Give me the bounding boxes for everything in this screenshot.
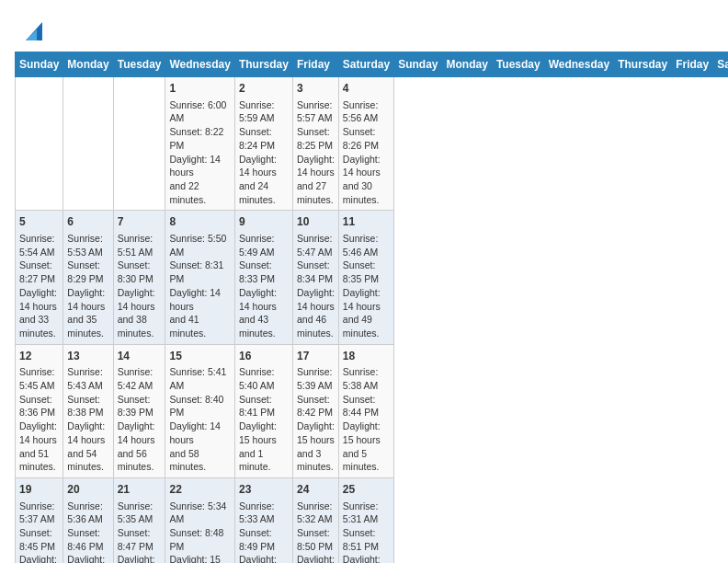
day-info: Sunrise: 5:51 AM Sunset: 8:30 PM Dayligh… [118,232,162,340]
calendar-cell: 11Sunrise: 5:46 AM Sunset: 8:35 PM Dayli… [338,211,393,344]
col-header-tuesday: Tuesday [113,52,165,77]
day-info: Sunrise: 5:47 AM Sunset: 8:34 PM Dayligh… [297,232,335,340]
day-number: 9 [239,214,289,230]
day-number: 7 [118,214,162,230]
calendar-cell: 1Sunrise: 6:00 AM Sunset: 8:22 PM Daylig… [165,77,234,211]
day-info: Sunrise: 5:56 AM Sunset: 8:26 PM Dayligh… [343,98,390,207]
day-number: 4 [343,81,390,97]
day-info: Sunrise: 5:37 AM Sunset: 8:45 PM Dayligh… [19,500,59,563]
day-number: 20 [67,482,108,498]
day-info: Sunrise: 5:54 AM Sunset: 8:27 PM Dayligh… [19,232,59,340]
day-info: Sunrise: 5:41 AM Sunset: 8:40 PM Dayligh… [169,365,230,474]
calendar-cell: 18Sunrise: 5:38 AM Sunset: 8:44 PM Dayli… [338,344,393,477]
svg-marker-1 [26,29,37,40]
day-number: 19 [19,482,59,498]
day-info: Sunrise: 5:45 AM Sunset: 8:36 PM Dayligh… [19,365,59,474]
col-header-saturday: Saturday [713,52,728,77]
calendar-cell [113,77,165,211]
day-info: Sunrise: 5:49 AM Sunset: 8:33 PM Dayligh… [239,232,289,340]
day-info: Sunrise: 5:39 AM Sunset: 8:42 PM Dayligh… [297,365,335,474]
day-number: 11 [343,214,390,230]
col-header-wednesday: Wednesday [544,52,613,77]
day-info: Sunrise: 5:59 AM Sunset: 8:24 PM Dayligh… [239,98,289,207]
calendar-week-row: 1Sunrise: 6:00 AM Sunset: 8:22 PM Daylig… [16,77,729,211]
calendar-cell: 4Sunrise: 5:56 AM Sunset: 8:26 PM Daylig… [338,77,393,211]
calendar-cell: 6Sunrise: 5:53 AM Sunset: 8:29 PM Daylig… [63,211,113,344]
calendar-cell: 21Sunrise: 5:35 AM Sunset: 8:47 PM Dayli… [113,477,165,563]
calendar-cell: 19Sunrise: 5:37 AM Sunset: 8:45 PM Dayli… [16,477,63,563]
logo-icon [17,15,44,42]
day-number: 10 [297,214,335,230]
day-info: Sunrise: 5:31 AM Sunset: 8:51 PM Dayligh… [343,500,390,563]
calendar-header-row: SundayMondayTuesdayWednesdayThursdayFrid… [16,52,729,77]
day-info: Sunrise: 5:43 AM Sunset: 8:38 PM Dayligh… [67,365,108,474]
day-info: Sunrise: 5:32 AM Sunset: 8:50 PM Dayligh… [297,500,335,563]
day-number: 5 [19,214,59,230]
day-number: 13 [67,349,108,364]
calendar-cell: 16Sunrise: 5:40 AM Sunset: 8:41 PM Dayli… [234,344,292,477]
calendar-cell: 13Sunrise: 5:43 AM Sunset: 8:38 PM Dayli… [63,344,113,477]
col-header-thursday: Thursday [614,52,672,77]
col-header-sunday: Sunday [16,52,63,77]
calendar-cell [63,77,113,211]
calendar-cell: 5Sunrise: 5:54 AM Sunset: 8:27 PM Daylig… [16,211,63,344]
day-number: 12 [19,349,59,364]
day-info: Sunrise: 6:00 AM Sunset: 8:22 PM Dayligh… [169,98,230,207]
calendar-cell: 24Sunrise: 5:32 AM Sunset: 8:50 PM Dayli… [292,477,338,563]
calendar-cell: 3Sunrise: 5:57 AM Sunset: 8:25 PM Daylig… [292,77,338,211]
day-info: Sunrise: 5:34 AM Sunset: 8:48 PM Dayligh… [169,500,230,563]
calendar-cell: 25Sunrise: 5:31 AM Sunset: 8:51 PM Dayli… [338,477,393,563]
calendar-cell: 15Sunrise: 5:41 AM Sunset: 8:40 PM Dayli… [165,344,234,477]
day-info: Sunrise: 5:50 AM Sunset: 8:31 PM Dayligh… [169,232,230,340]
col-header-wednesday: Wednesday [165,52,234,77]
day-info: Sunrise: 5:36 AM Sunset: 8:46 PM Dayligh… [67,500,108,563]
col-header-sunday: Sunday [394,52,442,77]
day-info: Sunrise: 5:53 AM Sunset: 8:29 PM Dayligh… [67,232,108,340]
calendar-week-row: 19Sunrise: 5:37 AM Sunset: 8:45 PM Dayli… [16,477,729,563]
day-info: Sunrise: 5:42 AM Sunset: 8:39 PM Dayligh… [118,365,162,474]
day-number: 3 [297,81,335,97]
calendar-cell: 2Sunrise: 5:59 AM Sunset: 8:24 PM Daylig… [234,77,292,211]
day-number: 17 [297,349,335,364]
day-info: Sunrise: 5:57 AM Sunset: 8:25 PM Dayligh… [297,98,335,207]
calendar-cell: 14Sunrise: 5:42 AM Sunset: 8:39 PM Dayli… [113,344,165,477]
day-number: 1 [169,81,230,97]
calendar-cell: 10Sunrise: 5:47 AM Sunset: 8:34 PM Dayli… [292,211,338,344]
day-number: 6 [67,214,108,230]
calendar-cell: 23Sunrise: 5:33 AM Sunset: 8:49 PM Dayli… [234,477,292,563]
col-header-monday: Monday [63,52,113,77]
calendar-week-row: 12Sunrise: 5:45 AM Sunset: 8:36 PM Dayli… [16,344,729,477]
calendar-cell: 9Sunrise: 5:49 AM Sunset: 8:33 PM Daylig… [234,211,292,344]
calendar-table: SundayMondayTuesdayWednesdayThursdayFrid… [15,52,728,563]
day-number: 18 [343,349,390,364]
calendar-cell: 8Sunrise: 5:50 AM Sunset: 8:31 PM Daylig… [165,211,234,344]
calendar-cell: 20Sunrise: 5:36 AM Sunset: 8:46 PM Dayli… [63,477,113,563]
day-info: Sunrise: 5:46 AM Sunset: 8:35 PM Dayligh… [343,232,390,340]
col-header-saturday: Saturday [338,52,393,77]
calendar-cell: 22Sunrise: 5:34 AM Sunset: 8:48 PM Dayli… [165,477,234,563]
day-number: 15 [169,349,230,364]
day-info: Sunrise: 5:40 AM Sunset: 8:41 PM Dayligh… [239,365,289,474]
col-header-friday: Friday [672,52,713,77]
day-number: 14 [118,349,162,364]
day-number: 16 [239,349,289,364]
calendar-cell: 7Sunrise: 5:51 AM Sunset: 8:30 PM Daylig… [113,211,165,344]
page-header [15,15,713,42]
day-number: 22 [169,482,230,498]
col-header-friday: Friday [292,52,338,77]
day-number: 2 [239,81,289,97]
day-number: 23 [239,482,289,498]
calendar-cell [16,77,63,211]
day-info: Sunrise: 5:38 AM Sunset: 8:44 PM Dayligh… [343,365,390,474]
logo [15,15,44,42]
day-number: 24 [297,482,335,498]
day-info: Sunrise: 5:35 AM Sunset: 8:47 PM Dayligh… [118,500,162,563]
calendar-cell: 17Sunrise: 5:39 AM Sunset: 8:42 PM Dayli… [292,344,338,477]
col-header-monday: Monday [442,52,492,77]
calendar-week-row: 5Sunrise: 5:54 AM Sunset: 8:27 PM Daylig… [16,211,729,344]
day-number: 21 [118,482,162,498]
day-number: 8 [169,214,230,230]
col-header-tuesday: Tuesday [492,52,544,77]
calendar-cell: 12Sunrise: 5:45 AM Sunset: 8:36 PM Dayli… [16,344,63,477]
day-number: 25 [343,482,390,498]
